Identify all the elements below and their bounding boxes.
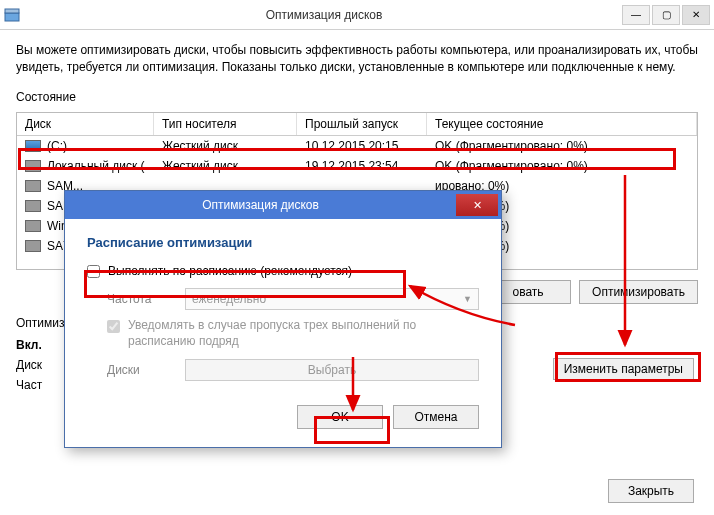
dialog-ok-button[interactable]: OK	[297, 405, 383, 429]
frequency-select[interactable]: еженедельно ▼	[185, 288, 479, 310]
notify-label: Уведомлять в случае пропуска трех выполн…	[128, 318, 479, 349]
disk-icon	[25, 140, 41, 152]
disk-type: Жесткий диск	[154, 137, 297, 155]
disk-status: OK (Фрагментировано: 0%)	[427, 137, 697, 155]
disk-icon	[25, 160, 41, 172]
change-settings-button[interactable]: Изменить параметры	[553, 358, 694, 380]
disk-list-header: Диск Тип носителя Прошлый запуск Текущее…	[17, 113, 697, 136]
disk-status: OK (Фрагментировано: 0%)	[427, 157, 697, 175]
dialog-cancel-button[interactable]: Отмена	[393, 405, 479, 429]
col-header-type[interactable]: Тип носителя	[154, 113, 297, 135]
disk-icon	[25, 180, 41, 192]
schedule-dialog: Оптимизация дисков ✕ Расписание оптимиза…	[64, 190, 502, 448]
col-header-last[interactable]: Прошлый запуск	[297, 113, 427, 135]
svg-rect-1	[5, 9, 19, 13]
disk-icon	[25, 200, 41, 212]
disk-name: (C:)	[47, 139, 67, 153]
disk-icon	[25, 220, 41, 232]
main-titlebar: Оптимизация дисков — ▢ ✕	[0, 0, 714, 30]
run-scheduled-label: Выполнять по расписанию (рекомендуется)	[108, 264, 352, 278]
col-header-status[interactable]: Текущее состояние	[427, 113, 697, 135]
optimize-button[interactable]: Оптимизировать	[579, 280, 698, 304]
disks-label: Диски	[107, 363, 185, 377]
dialog-title: Оптимизация дисков	[65, 198, 456, 212]
disk-icon	[25, 240, 41, 252]
dialog-close-button[interactable]: ✕	[456, 194, 498, 216]
disk-last: 19.12.2015 23:54	[297, 157, 427, 175]
run-scheduled-checkbox[interactable]	[87, 265, 100, 278]
frequency-value: еженедельно	[192, 292, 266, 306]
close-button[interactable]: ✕	[682, 5, 710, 25]
dialog-heading: Расписание оптимизации	[87, 235, 479, 250]
app-icon	[4, 7, 20, 23]
select-disks-button[interactable]: Выбрать	[185, 359, 479, 381]
intro-text: Вы можете оптимизировать диски, чтобы по…	[16, 42, 698, 76]
chevron-down-icon: ▼	[463, 294, 472, 304]
disk-type: Жесткий диск	[154, 157, 297, 175]
table-row[interactable]: (C:)Жесткий диск10.12.2015 20:15OK (Фраг…	[17, 136, 697, 156]
notify-checkbox[interactable]	[107, 320, 120, 333]
disk-last: 10.12.2015 20:15	[297, 137, 427, 155]
minimize-button[interactable]: —	[622, 5, 650, 25]
disk-name: Локальный диск (...	[47, 159, 154, 173]
frequency-label: Частота	[107, 292, 185, 306]
main-window-title: Оптимизация дисков	[28, 8, 620, 22]
col-header-disk[interactable]: Диск	[17, 113, 154, 135]
table-row[interactable]: Локальный диск (...Жесткий диск19.12.201…	[17, 156, 697, 176]
dialog-titlebar: Оптимизация дисков ✕	[65, 191, 501, 219]
maximize-button[interactable]: ▢	[652, 5, 680, 25]
close-main-button[interactable]: Закрыть	[608, 479, 694, 503]
svg-rect-0	[5, 13, 19, 21]
section-label-state: Состояние	[16, 90, 698, 104]
